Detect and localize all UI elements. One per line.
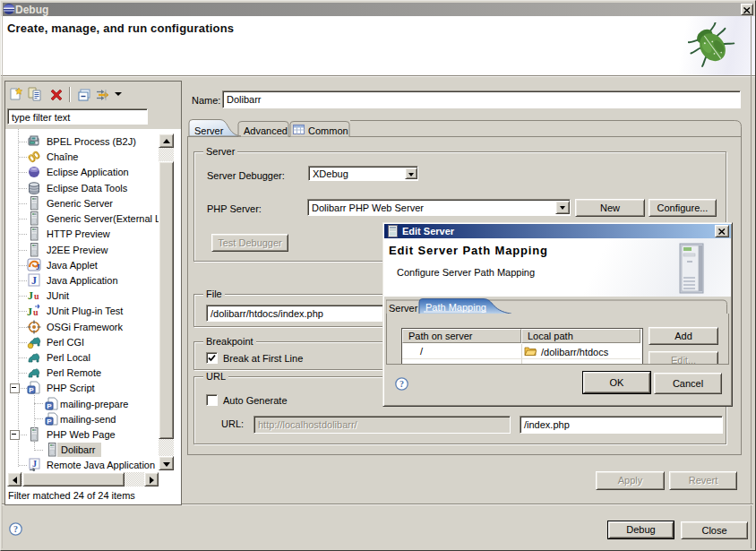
svg-text:?: ? bbox=[399, 379, 404, 389]
svg-text:?: ? bbox=[13, 524, 18, 534]
